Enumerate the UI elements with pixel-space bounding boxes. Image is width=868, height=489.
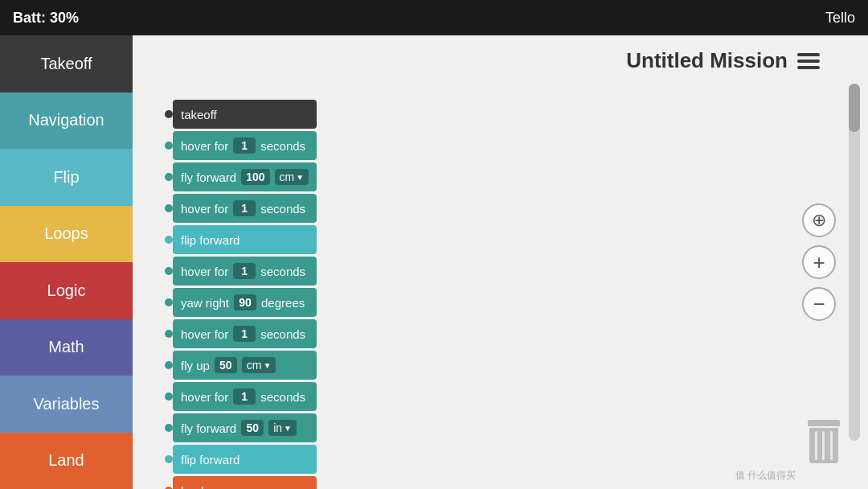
block-hover-1[interactable]: hover for 1 seconds xyxy=(173,131,317,160)
zoom-in-button[interactable]: + xyxy=(802,245,836,279)
block-hover-5[interactable]: hover for 1 seconds xyxy=(173,382,317,411)
block-flip-forward-2[interactable]: flip forward xyxy=(173,445,317,474)
block-yaw-right[interactable]: yaw right 90 degrees xyxy=(173,288,317,317)
trash-lid xyxy=(808,420,840,426)
block-input-hover4[interactable]: 1 xyxy=(233,326,256,342)
block-input-up[interactable]: 50 xyxy=(215,357,237,373)
block-fly-up[interactable]: fly up 50 cm xyxy=(173,351,317,380)
block-flip-forward-1[interactable]: flip forward xyxy=(173,225,317,254)
drone-name-label: Tello xyxy=(825,10,855,27)
menu-line-3 xyxy=(797,66,820,69)
block-hover-2[interactable]: hover for 1 seconds xyxy=(173,194,317,223)
block-input-hover1[interactable]: 1 xyxy=(233,138,256,154)
main-layout: Takeoff Navigation Flip Loops Logic Math… xyxy=(0,35,868,489)
zoom-out-button[interactable]: − xyxy=(802,287,836,321)
block-input-hover2[interactable]: 1 xyxy=(233,200,256,216)
block-input-yaw[interactable]: 90 xyxy=(234,294,256,310)
sidebar-item-math[interactable]: Math xyxy=(0,319,133,376)
block-takeoff[interactable]: takeoff xyxy=(173,100,317,129)
scrollbar-thumb[interactable] xyxy=(849,84,860,132)
scrollbar[interactable] xyxy=(849,84,860,441)
block-dropdown-up[interactable]: cm xyxy=(242,357,276,373)
trash-button[interactable] xyxy=(804,420,844,465)
menu-line-1 xyxy=(797,53,820,56)
sidebar-item-land[interactable]: Land xyxy=(0,433,133,490)
block-hover-3[interactable]: hover for 1 seconds xyxy=(173,257,317,286)
trash-line-1 xyxy=(815,431,817,460)
canvas-area[interactable]: Untitled Mission takeoff hover for 1 sec… xyxy=(133,35,868,489)
block-stack: takeoff hover for 1 seconds fly forward … xyxy=(173,100,317,489)
mission-menu-icon[interactable] xyxy=(797,53,820,69)
battery-label: Batt: 30% xyxy=(13,10,79,27)
block-fly-forward-1[interactable]: fly forward 100 cm xyxy=(173,162,317,191)
sidebar-item-variables[interactable]: Variables xyxy=(0,376,133,433)
block-hover-4[interactable]: hover for 1 seconds xyxy=(173,319,317,348)
block-input-ff1[interactable]: 100 xyxy=(241,169,269,185)
sidebar-item-navigation[interactable]: Navigation xyxy=(0,92,133,150)
menu-line-2 xyxy=(797,60,820,63)
block-dropdown-ff1[interactable]: cm xyxy=(275,169,309,185)
target-button[interactable]: ⊕ xyxy=(802,203,836,237)
trash-line-2 xyxy=(822,431,825,460)
mission-title[interactable]: Untitled Mission xyxy=(626,48,788,73)
sidebar-item-flip[interactable]: Flip xyxy=(0,149,133,206)
sidebar: Takeoff Navigation Flip Loops Logic Math… xyxy=(0,35,133,489)
block-input-hover5[interactable]: 1 xyxy=(233,388,256,405)
watermark: 值 什么值得买 xyxy=(735,469,796,483)
block-land[interactable]: land xyxy=(173,476,317,489)
block-dropdown-ff2[interactable]: in xyxy=(268,420,297,436)
sidebar-item-logic[interactable]: Logic xyxy=(0,262,133,319)
block-input-ff2[interactable]: 50 xyxy=(241,420,264,436)
trash-line-3 xyxy=(830,431,833,460)
block-fly-forward-2[interactable]: fly forward 50 in xyxy=(173,413,317,442)
block-input-hover3[interactable]: 1 xyxy=(233,263,256,279)
top-bar: Batt: 30% Tello xyxy=(0,0,868,35)
sidebar-item-takeoff[interactable]: Takeoff xyxy=(0,35,133,92)
trash-body xyxy=(809,428,838,463)
block-label: takeoff xyxy=(181,108,217,121)
sidebar-item-loops[interactable]: Loops xyxy=(0,206,133,263)
mission-bar: Untitled Mission xyxy=(626,48,820,73)
canvas-controls: ⊕ + − xyxy=(802,203,836,321)
